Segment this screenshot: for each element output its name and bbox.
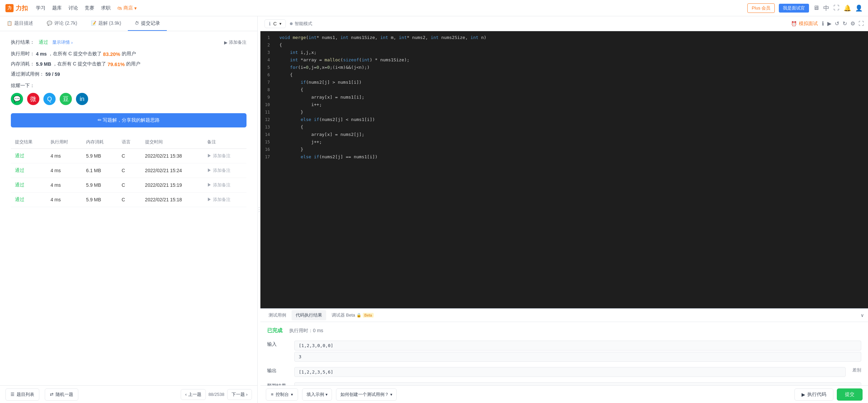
write-solution-button[interactable]: ✏ 写题解，分享我的解题思路 [11, 113, 246, 127]
row-lang-3: C [118, 193, 141, 207]
nav-compete[interactable]: 竞赛 [85, 5, 94, 11]
share-douban-icon[interactable]: 豆 [60, 93, 72, 105]
row-status-2[interactable]: 通过 [15, 182, 24, 187]
io-section: 输入 [1,2,3,0,0,0] 3 输出 [1,2,2,3,5,6] 差别 预… [267, 341, 861, 385]
row-date-3: 2022/02/21 15:18 [141, 193, 203, 207]
input-row: 输入 [1,2,3,0,0,0] 3 [267, 341, 861, 362]
share-qq-icon[interactable]: Q [43, 93, 56, 105]
bottom-content: 已完成 执行用时：0 ms 输入 [1,2,3,0,0,0] 3 输出 [1,2… [260, 322, 868, 385]
output-label: 输出 [267, 367, 288, 374]
tab-debugger[interactable]: 调试器 Beta 🔒 Beta [328, 310, 378, 320]
code-line-8: { [279, 86, 863, 94]
row-note-1[interactable]: ▶ 添加备注 [207, 167, 242, 174]
run-code-button[interactable]: ▶ 执行代码 [794, 388, 833, 401]
code-content: 1234567891011121314151617 void merge(int… [260, 31, 868, 163]
redo-icon[interactable]: ↻ [843, 20, 847, 27]
next-problem-button[interactable]: 下一题 › [227, 389, 252, 400]
nav-discuss[interactable]: 讨论 [68, 5, 78, 11]
how-test-button[interactable]: 如何创建一个测试用例？ ▾ [336, 388, 397, 401]
code-line-6: { [279, 71, 863, 79]
avatar[interactable]: 👤 [855, 4, 863, 12]
info-editor-icon[interactable]: ℹ [822, 20, 824, 27]
table-row: 通过 4 ms 6.1 MB C 2022/02/21 15:24 ▶ 添加备注 [11, 163, 246, 178]
expand-icon[interactable]: ⛶ [833, 4, 840, 12]
share-linkedin-icon[interactable]: in [76, 93, 88, 105]
page-info: 88/2538 [209, 392, 224, 397]
resize-handle[interactable] [258, 16, 260, 403]
notification-icon[interactable]: 🔔 [844, 4, 851, 12]
stats-rows: 执行用时： 4 ms ，在所有 C 提交中击败了 83.20% 的用户 内存消耗… [11, 51, 246, 77]
table-row: 通过 4 ms 5.9 MB C 2022/02/21 15:18 ▶ 添加备注 [11, 193, 246, 207]
fill-example-button[interactable]: 填入示例 ▾ [302, 388, 332, 401]
fullscreen-icon[interactable]: ⛶ [859, 21, 864, 27]
submission-table: 提交结果 执行用时 内存消耗 语言 提交时间 备注 通过 4 ms 5.9 MB… [11, 136, 246, 207]
share-weibo-icon[interactable]: 微 [27, 93, 39, 105]
col-memory: 内存消耗 [82, 136, 118, 149]
tab-code-result[interactable]: 代码执行结果 [292, 310, 326, 320]
result-label: 执行结果： [11, 39, 35, 45]
col-lang: 语言 [118, 136, 141, 149]
nav-shop[interactable]: 🛍 商店 ▾ [117, 5, 137, 11]
beta-badge: Beta [363, 313, 374, 318]
row-status-3[interactable]: 通过 [15, 197, 24, 202]
problem-list-button[interactable]: ☰ 题目列表 [5, 388, 39, 401]
monitor-icon[interactable]: 🖥 [813, 4, 819, 12]
result-done-label: 已完成 [267, 327, 282, 334]
code-line-17: else if(nums2[j] == nums1[i]) [279, 153, 863, 161]
row-status-1[interactable]: 通过 [15, 167, 24, 173]
info-icon: ℹ [269, 21, 271, 26]
tab-submissions[interactable]: ⏱ 提交记录 [128, 16, 167, 31]
tab-solutions[interactable]: 📝 题解 (3.9k) [84, 16, 128, 31]
undo-icon[interactable]: ↺ [835, 20, 839, 27]
code-line-3: int i,j,x; [279, 49, 863, 56]
plus-member-button[interactable]: Plus 会员 [747, 3, 775, 13]
table-row: 通过 4 ms 5.9 MB C 2022/02/21 15:38 ▶ 添加备注 [11, 149, 246, 163]
editor-right-tools: ⏰ 模拟面试 ℹ ▶ ↺ ↻ ⚙ ⛶ [791, 20, 864, 27]
code-line-1: void merge(int* nums1, int nums1Size, in… [279, 34, 863, 41]
random-problem-button[interactable]: ⇄ 随机一题 [45, 388, 78, 401]
ai-mode-toggle[interactable]: 智能模式 [290, 21, 312, 27]
code-editor-area[interactable]: 1234567891011121314151617 void merge(int… [260, 31, 868, 308]
solutions-icon: 📝 [91, 21, 96, 26]
run-icon[interactable]: ▶ [827, 20, 831, 27]
code-line-11: } [279, 108, 863, 116]
row-memory-3: 5.9 MB [82, 193, 118, 207]
submit-button[interactable]: 提交 [837, 388, 863, 401]
code-line-13: { [279, 123, 863, 131]
settings-icon[interactable]: ⚙ [850, 20, 855, 27]
nav-links: 学习 题库 讨论 竞赛 求职 🛍 商店 ▾ [36, 5, 137, 11]
code-line-5: for(i=0,j=0,x=0;(i<m)&&(j<n);) [279, 64, 863, 71]
code-line-16: } [279, 146, 863, 153]
action-bar: ≡ 控制台 ▾ 填入示例 ▾ 如何创建一个测试用例？ ▾ ▶ 执行代码 [260, 385, 868, 403]
row-note-0[interactable]: ▶ 添加备注 [207, 153, 242, 159]
input-label: 输入 [267, 341, 288, 347]
collapse-icon[interactable]: ∨ [861, 313, 864, 318]
console-button[interactable]: ≡ 控制台 ▾ [266, 388, 298, 401]
lang-switch[interactable]: 中 [823, 4, 829, 12]
tab-bar: 📋 题目描述 💬 评论 (2.7k) 📝 题解 (3.9k) ⏱ 提交记录 [0, 16, 257, 31]
tab-description[interactable]: 📋 题目描述 [0, 16, 40, 31]
add-note-button[interactable]: ▶ 添加备注 [224, 39, 246, 45]
tab-test-case[interactable]: 测试用例 [264, 310, 290, 320]
result-detail-link[interactable]: 显示详情 › [52, 39, 73, 45]
code-line-7: if(nums2[j] > nums1[i]) [279, 79, 863, 86]
output-value: [1,2,2,3,5,6] [294, 367, 846, 377]
code-line-4: int *array = malloc(sizeof(int) * nums1S… [279, 56, 863, 64]
row-date-2: 2022/02/21 15:19 [141, 178, 203, 193]
logo[interactable]: 力 力扣 [5, 4, 28, 12]
nav-learn[interactable]: 学习 [36, 5, 45, 11]
prev-problem-button[interactable]: ‹ 上一题 [181, 389, 205, 400]
row-note-2[interactable]: ▶ 添加备注 [207, 182, 242, 188]
row-status-0[interactable]: 通过 [15, 153, 24, 158]
code-line-2: { [279, 41, 863, 49]
share-wechat-icon[interactable]: 💬 [11, 93, 23, 105]
col-status: 提交结果 [11, 136, 46, 149]
mock-interview-button[interactable]: ⏰ 模拟面试 [791, 21, 818, 27]
row-note-3[interactable]: ▶ 添加备注 [207, 197, 242, 203]
nav-jobs[interactable]: 求职 [101, 5, 111, 11]
nav-problems[interactable]: 题库 [52, 5, 62, 11]
diff-label: 差别 [852, 367, 861, 373]
interviewer-button[interactable]: 我是面试官 [779, 4, 809, 13]
language-selector[interactable]: ℹ C ▾ [264, 19, 286, 28]
tab-comments[interactable]: 💬 评论 (2.7k) [40, 16, 84, 31]
